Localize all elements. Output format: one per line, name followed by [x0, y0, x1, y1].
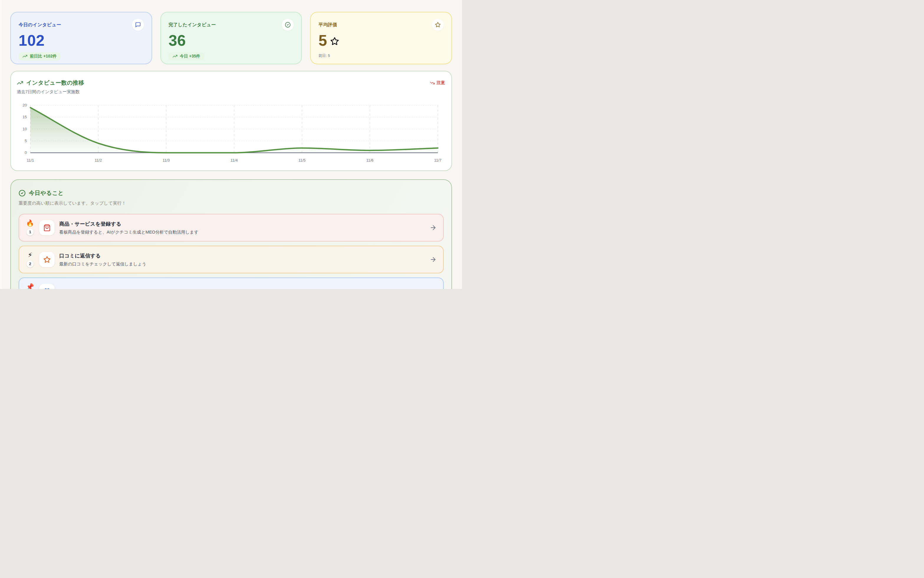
stat-value: 36 — [169, 32, 186, 49]
arrow-right-icon[interactable] — [430, 256, 437, 263]
task-list: 🔥 1 商品・サービスを登録する 看板商品を登録すると、AIがクチコミ生成とME… — [19, 214, 444, 289]
task-emoji: ⚡ — [28, 252, 32, 259]
svg-text:15: 15 — [23, 115, 27, 119]
svg-text:11/7: 11/7 — [434, 158, 441, 162]
todo-header: 今日やること — [19, 189, 444, 197]
todo-section: 今日やること 重要度の高い順に表示しています。タップして実行！ 🔥 1 商品・サ… — [10, 179, 452, 289]
task-icon-box — [39, 284, 55, 289]
svg-text:10: 10 — [23, 127, 27, 131]
dashboard-page: 今日のインタビュー 102 前日比 +102件 完了したインタビュー 36 — [0, 0, 462, 289]
trending-up-icon — [23, 54, 28, 59]
svg-text:11/1: 11/1 — [27, 158, 34, 162]
svg-text:11/5: 11/5 — [298, 158, 305, 162]
gift-icon — [43, 288, 51, 289]
svg-text:11/6: 11/6 — [366, 158, 373, 162]
interview-trend-chart: 11/111/211/311/411/511/611/705101520 — [17, 101, 439, 164]
trending-down-icon — [430, 81, 435, 86]
svg-text:11/4: 11/4 — [230, 158, 238, 162]
stat-label: 今日のインタビュー — [19, 19, 61, 28]
task-rank-badge: 2 — [26, 260, 34, 268]
stat-badge-text: 前日比 +102件 — [30, 54, 57, 59]
alert-label: 注意 — [437, 80, 445, 86]
chart-subtitle: 過去7日間のインタビュー実施数 — [17, 89, 445, 95]
task-icon-box — [39, 220, 55, 235]
task-card[interactable]: 🔥 1 商品・サービスを登録する 看板商品を登録すると、AIがクチコミ生成とME… — [19, 214, 444, 242]
circle-check-icon — [19, 190, 26, 197]
svg-text:11/3: 11/3 — [162, 158, 170, 162]
svg-text:20: 20 — [23, 103, 27, 107]
stat-card: 平均評価 5 前日: 5 — [310, 12, 452, 64]
stat-badge-text: 今日 +35件 — [180, 54, 201, 59]
arrow-right-icon[interactable] — [430, 288, 437, 289]
task-rank: ⚡ 2 — [26, 252, 34, 267]
stat-label: 平均評価 — [318, 19, 337, 28]
task-description: 看板商品を登録すると、AIがクチコミ生成とMEO分析で自動活用します — [59, 229, 423, 235]
circle-check-icon — [282, 19, 293, 31]
todo-title: 今日やること — [29, 189, 64, 197]
todo-subtitle: 重要度の高い順に表示しています。タップして実行！ — [19, 201, 444, 206]
svg-text:0: 0 — [25, 150, 27, 155]
stat-card: 完了したインタビュー 36 今日 +35件 — [160, 12, 302, 64]
star-filled-icon — [330, 37, 339, 46]
stat-note: 前日: 5 — [318, 54, 444, 58]
task-icon-box — [39, 252, 55, 267]
stat-trend-badge: 今日 +35件 — [169, 52, 204, 60]
task-card[interactable]: 📌 3 クーポンを見直す — [19, 278, 444, 289]
trending-up-icon — [172, 54, 177, 59]
interview-trend-card: インタビュー数の推移 注意 過去7日間のインタビュー実施数 11/111/211… — [10, 71, 452, 171]
task-title: クーポンを見直す — [59, 288, 423, 289]
chart-title: インタビュー数の推移 — [26, 79, 84, 87]
svg-text:11/2: 11/2 — [95, 158, 102, 162]
message-square-icon — [132, 19, 144, 31]
stats-row: 今日のインタビュー 102 前日比 +102件 完了したインタビュー 36 — [10, 12, 452, 64]
stat-trend-badge: 前日比 +102件 — [19, 52, 60, 60]
task-title: 口コミに返信する — [59, 252, 423, 259]
arrow-right-icon[interactable] — [430, 224, 437, 231]
chart-header: インタビュー数の推移 注意 — [17, 79, 445, 87]
stat-value: 5 — [318, 32, 327, 49]
dashboard-content: 今日のインタビュー 102 前日比 +102件 完了したインタビュー 36 — [10, 12, 452, 289]
alert-badge: 注意 — [430, 80, 445, 86]
task-emoji: 📌 — [26, 283, 34, 289]
star-icon — [432, 19, 444, 31]
task-emoji: 🔥 — [26, 220, 34, 227]
left-edge-strip — [0, 0, 2, 289]
task-card[interactable]: ⚡ 2 口コミに返信する 最新の口コミをチェックして返信しましょう — [19, 246, 444, 273]
trending-up-icon — [17, 80, 23, 86]
stat-value: 102 — [19, 32, 45, 49]
stat-card: 今日のインタビュー 102 前日比 +102件 — [10, 12, 152, 64]
star-icon — [43, 256, 51, 263]
task-rank: 📌 3 — [26, 283, 34, 289]
task-rank: 🔥 1 — [26, 220, 34, 235]
stat-label: 完了したインタビュー — [169, 19, 216, 28]
task-rank-badge: 1 — [26, 229, 34, 235]
task-title: 商品・サービスを登録する — [59, 221, 423, 227]
task-description: 最新の口コミをチェックして返信しましょう — [59, 261, 423, 267]
svg-text:5: 5 — [25, 139, 27, 143]
shopping-bag-icon — [43, 224, 51, 232]
